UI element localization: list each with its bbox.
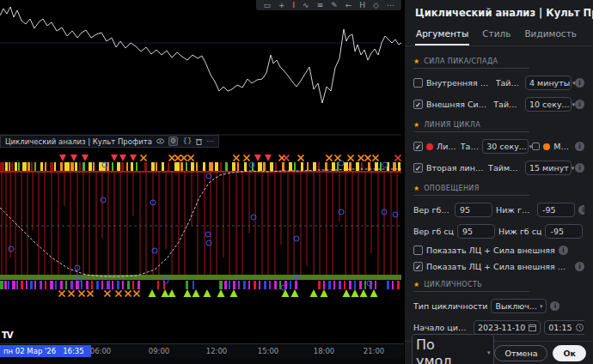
more-icon[interactable]: ⋯ [206, 137, 214, 145]
section-header: ★ОПОВЕЩЕНИЯ [413, 185, 529, 196]
badge-date: пн 02 Мар '26 [3, 347, 56, 355]
time-input[interactable]: 01:15 [544, 320, 584, 335]
eye-icon[interactable] [156, 138, 164, 144]
buy-triangles [149, 289, 378, 297]
wave-pattern-tool[interactable]: ∿ [303, 1, 309, 9]
trading-platform-window: TV ▭+I∿≡✎←H◇⋯ Циклический анализ | Культ… [0, 0, 593, 364]
pattern-tool[interactable]: H [359, 1, 365, 9]
tab-стиль[interactable]: Стиль [481, 26, 511, 46]
threshold-input[interactable] [455, 203, 492, 217]
dropdown-value: Выключ... [495, 301, 537, 311]
settings-row: Вер гб лцНиж гб лцi [413, 203, 584, 217]
checkbox[interactable] [532, 143, 540, 150]
timeframe-dropdown[interactable]: 30 секу...▾ [482, 139, 529, 154]
time-tick-label: 06:00 [90, 347, 112, 355]
checkbox[interactable] [413, 246, 423, 255]
settings-row: ✓Показать ЛЦ + Сила внешняя + сцi [413, 262, 584, 271]
color-dot [543, 143, 550, 150]
cycle-lines [2, 172, 397, 276]
checkbox[interactable]: ✓ [413, 262, 423, 271]
section-header: ★СИЛА ПИКА/СПАДА [413, 58, 529, 69]
drawing-toolbar: ▭+I∿≡✎←H◇⋯ [256, 0, 401, 10]
star-icon: ★ [413, 58, 419, 65]
signal-dashed-curve [0, 169, 401, 276]
current-time-badge: пн 02 Мар '26 16:35 [0, 345, 91, 357]
price-line-series [0, 7, 401, 103]
dialog-title: Циклический анализ | Культ Профита [415, 7, 593, 19]
timeframe-dropdown[interactable]: 4 минуты▾ [525, 76, 572, 90]
cancel-button[interactable]: Отмена [494, 345, 547, 361]
dropdown-value: 4 минуты [529, 78, 570, 88]
info-icon[interactable]: i [550, 301, 559, 311]
section-title: ЦИКЛИЧНОСТЬ [424, 281, 482, 288]
field-label: Тип цикличности [413, 301, 487, 311]
field-label: Вер гб лц [413, 205, 451, 215]
info-icon[interactable]: i [575, 163, 584, 173]
heatmap-bottom [0, 281, 400, 289]
rectangle-tool[interactable]: ▭ [263, 1, 271, 9]
checkbox[interactable]: ✓ [413, 142, 423, 151]
trash-icon[interactable] [196, 138, 202, 145]
checkbox[interactable]: ✓ [413, 163, 423, 173]
time-tick-label: 21:00 [364, 347, 385, 355]
field-label: Медленная [553, 142, 572, 151]
info-icon[interactable]: i [575, 78, 584, 88]
cross-tool[interactable]: + [278, 1, 285, 9]
field-label: Вторая линия цикла [426, 163, 485, 173]
threshold-input[interactable] [545, 224, 583, 239]
section-title: ОПОВЕЩЕНИЯ [424, 185, 480, 192]
chart-area[interactable]: TV ▭+I∿≡✎←H◇⋯ Циклический анализ | Культ… [0, 0, 404, 364]
tab-видимость[interactable]: Видимость [523, 26, 578, 46]
info-icon[interactable]: i [559, 246, 568, 255]
checkbox[interactable] [413, 78, 423, 88]
text-cursor-tool[interactable]: I [292, 1, 295, 9]
chart-canvas[interactable]: TV [0, 0, 404, 364]
chevron-down-icon: ▾ [572, 165, 575, 172]
threshold-input[interactable] [457, 224, 495, 239]
time-tick-label: 15:00 [258, 347, 279, 355]
diamond-tool[interactable]: ◇ [373, 1, 379, 9]
color-dot [426, 143, 433, 150]
field-label: Внешняя Сила пика/спада [426, 100, 490, 109]
indicator-settings-dialog: Циклический анализ | Культ Профита × Арг… [404, 0, 593, 364]
tab-аргументы[interactable]: Аргументы [415, 26, 469, 46]
threshold-input[interactable] [537, 203, 575, 217]
timeframe-dropdown[interactable]: 15 минут▾ [525, 161, 572, 175]
arrow-tool[interactable]: ← [345, 1, 352, 9]
x-marks-bottom [59, 291, 140, 297]
brush-tool[interactable]: ✎ [331, 1, 338, 9]
checkbox[interactable]: ✓ [413, 100, 423, 109]
star-icon: ★ [413, 185, 419, 192]
star-icon: ★ [413, 122, 419, 129]
star-icon: ★ [413, 282, 419, 288]
cycle-type-dropdown[interactable]: Выключ...▾ [491, 299, 547, 313]
info-icon[interactable]: i [578, 205, 584, 215]
ok-button[interactable]: Ок [553, 345, 586, 361]
dropdown-value: 15 минут [529, 163, 569, 173]
more-tools[interactable]: ⋯ [387, 1, 394, 9]
field-label: Ниж гб сц [498, 227, 541, 236]
settings-row: Показать ЛЦ + Сила внешняяi [413, 246, 584, 255]
settings-row: Тип цикличностиВыключ...▾i [413, 299, 584, 313]
time-axis[interactable]: пн 02 Мар '26 16:35 06:0009:0012:0015:00… [0, 343, 404, 358]
settings-row: Вер гб сцНиж гб сц [413, 224, 584, 239]
info-icon[interactable]: i [575, 262, 584, 271]
settings-row: ✓Линия циклаТаймфрейм30 секу...▾Медленна… [413, 139, 584, 154]
parallel-channel-tool[interactable]: ≡ [317, 1, 324, 9]
time-tick-label: 09:00 [149, 347, 170, 355]
section-header: ★ЛИНИЯ ЦИКЛА [413, 121, 529, 132]
info-icon[interactable]: i [575, 100, 584, 109]
info-icon[interactable]: i [575, 142, 584, 151]
field-label: Вер гб сц [413, 227, 454, 236]
field-label: Ниж гб лц [496, 205, 534, 215]
dialog-header: Циклический анализ | Культ Профита × [405, 0, 593, 22]
date-value: 2023-11-10 [478, 323, 525, 332]
field-label: Таймфрейм [461, 142, 479, 151]
settings-row: ✓Внешняя Сила пика/спадаТаймфрейм10 секу… [413, 97, 584, 112]
source-code-icon[interactable]: {} [182, 137, 192, 145]
time-tick-label: 12:00 [206, 347, 228, 355]
date-input[interactable]: 2023-11-10 [474, 320, 541, 335]
gear-icon[interactable]: ⚙ [168, 136, 179, 146]
timeframe-dropdown[interactable]: 10 секу...▾ [525, 97, 572, 112]
section-header: ★ЦИКЛИЧНОСТЬ [413, 281, 529, 292]
